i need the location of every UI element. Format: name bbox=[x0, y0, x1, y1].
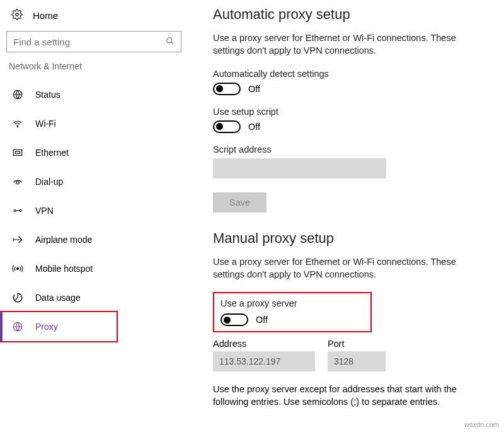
sidebar-item-dialup[interactable]: Dial-up bbox=[6, 167, 189, 196]
manual-description: Use a proxy server for Ethernet or Wi-Fi… bbox=[213, 255, 478, 281]
svg-point-10 bbox=[17, 268, 19, 270]
data-usage-icon bbox=[11, 291, 24, 304]
auto-detect-label: Automatically detect settings bbox=[213, 69, 491, 79]
use-proxy-label: Use a proxy server bbox=[220, 298, 364, 308]
svg-rect-6 bbox=[15, 152, 20, 154]
category-label: Network & Internet bbox=[9, 61, 189, 71]
sidebar-item-label: Wi-Fi bbox=[35, 119, 56, 129]
home-label: Home bbox=[33, 10, 58, 21]
airplane-icon bbox=[11, 233, 24, 246]
sidebar-item-label: Proxy bbox=[35, 322, 58, 332]
auto-detect-toggle[interactable] bbox=[213, 83, 241, 95]
sidebar-item-data-usage[interactable]: Data usage bbox=[6, 283, 189, 312]
auto-heading: Automatic proxy setup bbox=[213, 6, 491, 23]
save-button[interactable]: Save bbox=[213, 192, 266, 213]
svg-point-9 bbox=[20, 210, 21, 212]
setup-script-toggle[interactable] bbox=[213, 120, 241, 133]
svg-point-8 bbox=[14, 210, 16, 212]
proxy-icon bbox=[11, 320, 24, 333]
search-input[interactable] bbox=[13, 37, 166, 47]
script-address-input[interactable] bbox=[213, 158, 386, 178]
svg-rect-7 bbox=[16, 182, 20, 184]
automatic-proxy-section: Automatic proxy setup Use a proxy server… bbox=[213, 6, 491, 213]
manual-heading: Manual proxy setup bbox=[213, 230, 491, 247]
sidebar-item-hotspot[interactable]: Mobile hotspot bbox=[6, 254, 189, 283]
sidebar-item-proxy[interactable]: Proxy bbox=[0, 312, 117, 341]
sidebar-item-label: VPN bbox=[35, 206, 54, 216]
sidebar-item-airplane[interactable]: Airplane mode bbox=[6, 225, 189, 254]
svg-point-1 bbox=[167, 37, 172, 42]
sidebar-item-ethernet[interactable]: Ethernet bbox=[6, 138, 189, 167]
sidebar-item-label: Dial-up bbox=[35, 177, 63, 187]
dialup-icon bbox=[11, 175, 24, 188]
use-proxy-highlight: Use a proxy server Off bbox=[213, 292, 372, 332]
search-box[interactable] bbox=[6, 31, 181, 52]
gear-icon bbox=[11, 9, 23, 22]
setup-script-state: Off bbox=[248, 122, 260, 132]
hotspot-icon bbox=[11, 262, 24, 275]
nav-list: Status Wi-Fi Ethernet Dial-up VPN Airpla… bbox=[6, 80, 189, 341]
svg-line-2 bbox=[171, 42, 173, 44]
search-icon bbox=[166, 37, 175, 47]
auto-detect-state: Off bbox=[248, 84, 260, 94]
sidebar: Home Network & Internet Status Wi-Fi Eth… bbox=[0, 0, 189, 432]
sidebar-item-label: Ethernet bbox=[35, 148, 69, 158]
auto-description: Use a proxy server for Ethernet or Wi-Fi… bbox=[213, 32, 478, 57]
port-label: Port bbox=[328, 339, 386, 349]
sidebar-item-label: Status bbox=[35, 90, 60, 100]
address-input[interactable] bbox=[213, 351, 315, 371]
watermark: wsxdn.com bbox=[464, 421, 499, 428]
sidebar-item-vpn[interactable]: VPN bbox=[6, 196, 189, 225]
wifi-icon bbox=[11, 117, 24, 130]
content: Automatic proxy setup Use a proxy server… bbox=[189, 0, 504, 432]
vpn-icon bbox=[11, 204, 24, 217]
port-input[interactable] bbox=[328, 351, 386, 371]
manual-proxy-section: Manual proxy setup Use a proxy server fo… bbox=[213, 230, 491, 409]
use-proxy-toggle[interactable] bbox=[220, 313, 248, 326]
svg-rect-5 bbox=[13, 150, 22, 156]
sidebar-item-label: Mobile hotspot bbox=[35, 264, 93, 274]
sidebar-item-status[interactable]: Status bbox=[6, 80, 189, 109]
exceptions-text: Use the proxy server except for addresse… bbox=[213, 383, 471, 409]
svg-point-4 bbox=[17, 126, 18, 127]
globe-icon bbox=[11, 88, 24, 101]
svg-point-0 bbox=[16, 13, 19, 16]
sidebar-item-label: Data usage bbox=[35, 293, 81, 303]
ethernet-icon bbox=[11, 146, 24, 159]
script-address-label: Script address bbox=[213, 144, 491, 155]
home-button[interactable]: Home bbox=[6, 6, 189, 30]
address-label: Address bbox=[213, 339, 315, 349]
sidebar-item-wifi[interactable]: Wi-Fi bbox=[6, 109, 189, 138]
setup-script-label: Use setup script bbox=[213, 107, 491, 117]
use-proxy-state: Off bbox=[256, 315, 268, 325]
sidebar-item-label: Airplane mode bbox=[35, 235, 92, 245]
